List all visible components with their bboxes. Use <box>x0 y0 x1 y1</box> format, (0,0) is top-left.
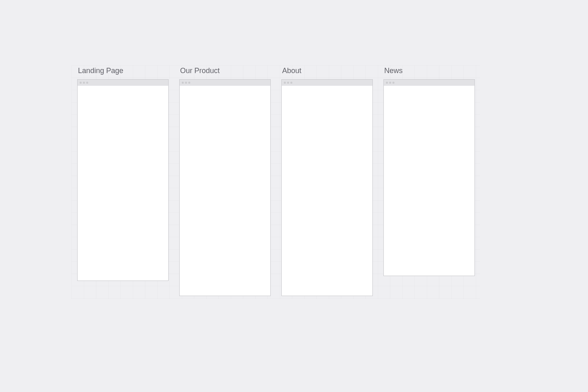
frame-titlebar <box>282 79 372 86</box>
page-frame[interactable] <box>281 79 373 296</box>
page-frame[interactable] <box>383 79 475 276</box>
window-dot-icon <box>290 82 292 84</box>
page-title[interactable]: Landing Page <box>77 67 169 75</box>
frame-titlebar <box>78 79 168 86</box>
window-dot-icon <box>80 82 82 84</box>
page-column-our-product: Our Product <box>179 67 271 296</box>
window-dot-icon <box>86 82 88 84</box>
window-dot-icon <box>185 82 187 84</box>
window-dot-icon <box>287 82 289 84</box>
page-column-about: About <box>281 67 373 296</box>
page-title[interactable]: About <box>281 67 373 75</box>
page-title[interactable]: Our Product <box>179 67 271 75</box>
window-dot-icon <box>386 82 388 84</box>
window-dot-icon <box>188 82 190 84</box>
window-dot-icon <box>392 82 394 84</box>
frame-titlebar <box>384 79 474 86</box>
page-columns-container: Landing Page Our Product About <box>77 67 475 296</box>
window-dot-icon <box>389 82 391 84</box>
page-frame[interactable] <box>77 79 169 281</box>
window-dot-icon <box>83 82 85 84</box>
page-frame[interactable] <box>179 79 271 296</box>
frame-titlebar <box>180 79 270 86</box>
page-column-landing-page: Landing Page <box>77 67 169 296</box>
window-dot-icon <box>284 82 286 84</box>
page-title[interactable]: News <box>383 67 475 75</box>
page-column-news: News <box>383 67 475 296</box>
window-dot-icon <box>182 82 184 84</box>
